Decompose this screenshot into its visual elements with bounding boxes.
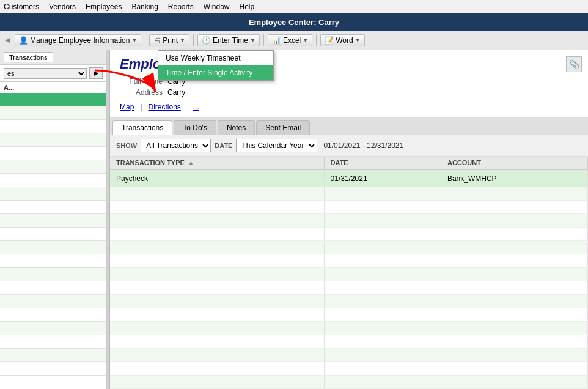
table-header-row: TRANSACTION TYPE ▲ DATE ACCOUNT — [110, 157, 588, 169]
word-label: Word — [336, 36, 353, 45]
cell-account: Bank_WMHCP — [441, 169, 587, 187]
table-row[interactable]: Paycheck 01/31/2021 Bank_WMHCP — [110, 169, 588, 187]
sidebar-stripe-4 — [0, 147, 106, 160]
excel-button[interactable]: 📊 Excel ▼ — [268, 34, 312, 46]
main-layout: Transactions es ▶ A... — [0, 50, 588, 389]
table-row-empty-6 — [110, 254, 588, 268]
date-select[interactable]: This Calendar Year — [236, 139, 317, 152]
manage-dropdown-arrow: ▼ — [131, 37, 137, 43]
sidebar-stripe-5 — [0, 160, 106, 174]
menu-customers[interactable]: Customers — [4, 2, 39, 11]
sidebar-selected-row[interactable] — [0, 93, 106, 106]
content-area: Employee Information 📎 Full Name Carry A… — [110, 50, 588, 389]
sidebar-alpha-label: A... — [0, 82, 106, 93]
attach-icon: 📎 — [569, 59, 579, 69]
sidebar-transactions-tab[interactable]: Transactions — [4, 52, 53, 62]
tab-transactions[interactable]: Transactions — [112, 120, 172, 135]
tabs-bar: Transactions To Do's Notes Sent Email — [110, 118, 588, 135]
sidebar-stripe-9 — [0, 214, 106, 228]
print-button[interactable]: 🖨 Print ▼ — [149, 34, 189, 46]
excel-label: Excel — [283, 36, 301, 45]
col-transaction-type[interactable]: TRANSACTION TYPE ▲ — [110, 157, 324, 169]
table-row-empty-5 — [110, 241, 588, 254]
table-row-empty-1 — [110, 187, 588, 201]
map-link[interactable]: Map — [120, 103, 134, 111]
print-dropdown-arrow: ▼ — [180, 37, 185, 43]
attach-button[interactable]: 📎 — [566, 56, 582, 72]
print-label: Print — [163, 36, 178, 45]
table-row-empty-10 — [110, 308, 588, 322]
toolbar-sep-4 — [316, 34, 317, 46]
enter-time-button[interactable]: 🕐 Enter Time ▼ — [197, 34, 260, 46]
menu-banking[interactable]: Banking — [131, 2, 158, 11]
tab-todos[interactable]: To Do's — [174, 120, 216, 135]
link-separator-1: | — [140, 103, 142, 111]
directions-link[interactable]: Directions — [148, 103, 180, 111]
sidebar-stripe-16 — [0, 308, 106, 322]
employee-links: Map | Directions ... — [120, 103, 578, 111]
sidebar-stripe-2 — [0, 120, 106, 133]
word-dropdown-arrow: ▼ — [355, 37, 361, 43]
sidebar-stripe-12 — [0, 254, 106, 268]
table-row-empty-4 — [110, 228, 588, 241]
sidebar-stripe-14 — [0, 281, 106, 295]
show-label: SHOW — [116, 142, 137, 149]
menu-bar: Customers Vendors Employees Banking Repo… — [0, 0, 588, 13]
sidebar-nav-button[interactable]: ▶ — [89, 67, 103, 79]
tab-notes[interactable]: Notes — [218, 120, 255, 135]
transactions-table: TRANSACTION TYPE ▲ DATE ACCOUNT — [110, 157, 588, 389]
sidebar-stripe-6 — [0, 174, 106, 187]
enter-time-label: Enter Time — [213, 36, 248, 45]
time-enter-single-activity-item[interactable]: Time / Enter Single Activity — [158, 65, 273, 80]
table-row-empty-15 — [110, 376, 588, 389]
table-row-empty-8 — [110, 281, 588, 295]
address-row: Address Carry — [120, 88, 578, 97]
sidebar-stripe-15 — [0, 295, 106, 308]
left-sidebar: Transactions es ▶ A... — [0, 50, 107, 389]
sidebar-stripe-11 — [0, 241, 106, 254]
menu-reports[interactable]: Reports — [168, 2, 194, 11]
table-row-empty-7 — [110, 268, 588, 281]
excel-icon: 📊 — [272, 36, 281, 45]
sidebar-filter-select[interactable]: es — [4, 68, 87, 79]
menu-vendors[interactable]: Vendors — [49, 2, 76, 11]
cell-date: 01/31/2021 — [324, 169, 441, 187]
manage-employee-label: Manage Employee Information — [30, 36, 130, 45]
sidebar-stripe-13 — [0, 268, 106, 281]
col-account[interactable]: ACCOUNT — [441, 157, 587, 169]
sidebar-stripe-17 — [0, 322, 106, 335]
transactions-filter-bar: SHOW All Transactions DATE This Calendar… — [110, 135, 588, 157]
title-text: Employee Center: Carry — [249, 18, 339, 27]
enter-time-dropdown-arrow: ▼ — [250, 37, 255, 43]
manage-employee-icon: 👤 — [19, 36, 28, 45]
address-value: Carry — [167, 88, 185, 97]
toolbar-sep-1 — [145, 34, 145, 46]
address-label: Address — [120, 88, 163, 97]
word-button[interactable]: 📝 Word ▼ — [320, 34, 364, 46]
date-range-text: 01/01/2021 - 12/31/2021 — [323, 141, 403, 150]
cell-type: Paycheck — [110, 169, 324, 187]
sidebar-filter-row: es ▶ — [0, 65, 106, 82]
use-weekly-timesheet-item[interactable]: Use Weekly Timesheet — [158, 51, 273, 65]
menu-employees[interactable]: Employees — [86, 2, 122, 11]
sidebar-stripe-8 — [0, 201, 106, 214]
manage-employee-button[interactable]: 👤 Manage Employee Information ▼ — [15, 34, 141, 46]
date-label: DATE — [215, 142, 232, 149]
show-select[interactable]: All Transactions — [141, 139, 211, 152]
transactions-area: SHOW All Transactions DATE This Calendar… — [110, 135, 588, 389]
sidebar-stripe-3 — [0, 133, 106, 147]
menu-help[interactable]: Help — [240, 2, 255, 11]
sidebar-stripe-18 — [0, 335, 106, 349]
table-row-empty-11 — [110, 322, 588, 335]
sidebar-stripe-20 — [0, 362, 106, 376]
enter-time-icon: 🕐 — [202, 36, 211, 45]
sidebar-header: Transactions — [0, 50, 106, 65]
table-row-empty-13 — [110, 349, 588, 362]
sidebar-stripe-1 — [0, 106, 106, 120]
menu-window[interactable]: Window — [204, 2, 230, 11]
full-name-label: Full Name — [120, 77, 163, 86]
table-row-empty-12 — [110, 335, 588, 349]
more-link[interactable]: ... — [193, 103, 199, 111]
tab-sent-email[interactable]: Sent Email — [256, 120, 310, 135]
col-date[interactable]: DATE — [324, 157, 441, 169]
